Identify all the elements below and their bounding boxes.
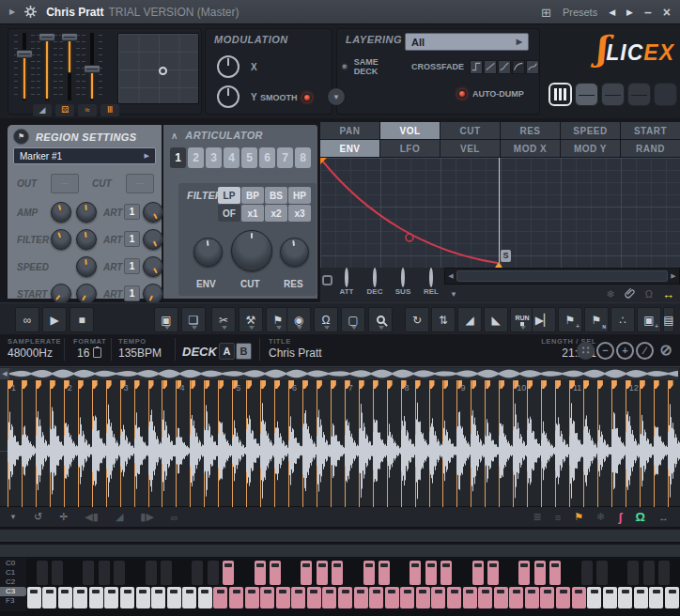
piano-key-white[interactable] bbox=[463, 587, 477, 608]
piano-key-black[interactable] bbox=[534, 561, 546, 585]
slice-flag[interactable] bbox=[261, 380, 266, 389]
piano-key-white[interactable] bbox=[167, 587, 181, 608]
env-target-tab-res[interactable]: RES bbox=[501, 122, 560, 139]
region-speed-knob-2[interactable] bbox=[76, 256, 97, 277]
articulator-slot-1[interactable]: 1 bbox=[170, 147, 186, 168]
slice-flag[interactable] bbox=[612, 380, 617, 389]
env-source-tab-mod-x[interactable]: MOD X bbox=[501, 140, 560, 157]
env-source-tab-env[interactable]: ENV bbox=[320, 140, 379, 157]
piano-key-white[interactable] bbox=[494, 587, 508, 608]
list-edit-icon[interactable]: ≡ bbox=[555, 512, 561, 523]
deck-view-button-2[interactable] bbox=[601, 83, 625, 106]
art-value-box[interactable]: 1 bbox=[124, 258, 140, 274]
layering-mode-dropdown[interactable]: All ▶ bbox=[405, 33, 529, 51]
slice-flag[interactable] bbox=[471, 380, 476, 389]
slice-flag[interactable] bbox=[79, 380, 84, 389]
articulator-slot-5[interactable]: 5 bbox=[241, 147, 257, 168]
piano-key-white[interactable] bbox=[276, 587, 290, 608]
preset-prev-button[interactable]: ◀ bbox=[609, 8, 615, 17]
slope-curve-icon[interactable]: ʃ bbox=[618, 510, 622, 524]
slice-flag[interactable] bbox=[162, 380, 167, 389]
piano-key-black[interactable] bbox=[518, 561, 530, 585]
slice-flag[interactable] bbox=[93, 380, 98, 389]
slice-flag[interactable] bbox=[23, 380, 27, 389]
slice-flag[interactable] bbox=[149, 380, 154, 389]
piano-key-black[interactable] bbox=[83, 561, 94, 585]
art-value-box[interactable]: 1 bbox=[124, 231, 140, 247]
piano-key-white[interactable] bbox=[556, 587, 570, 608]
slice-flag[interactable] bbox=[135, 380, 140, 389]
att-knob[interactable]: ATT bbox=[332, 270, 361, 296]
out-value-box[interactable]: ··· bbox=[51, 174, 79, 193]
region-start-knob-2[interactable] bbox=[76, 284, 97, 304]
piano-key-black[interactable] bbox=[317, 561, 328, 585]
slice-flag[interactable] bbox=[388, 380, 393, 389]
level-slider-3[interactable] bbox=[59, 33, 80, 100]
env-target-tab-speed[interactable]: SPEED bbox=[561, 122, 620, 139]
piano-key-white[interactable] bbox=[431, 587, 445, 608]
waveform-canvas[interactable] bbox=[0, 395, 680, 506]
slice-flag[interactable] bbox=[317, 380, 322, 389]
env-source-tab-lfo[interactable]: LFO bbox=[380, 140, 440, 157]
same-deck-led[interactable] bbox=[340, 63, 348, 71]
octave-label-c0[interactable]: C0 bbox=[0, 559, 26, 568]
art-knob[interactable] bbox=[143, 229, 163, 250]
piano-key-white[interactable] bbox=[182, 587, 196, 608]
filter-mode-lp[interactable]: LP bbox=[218, 187, 240, 204]
filter-mode-bs[interactable]: BS bbox=[265, 187, 287, 204]
scroll-right-icon[interactable]: ▶ bbox=[668, 272, 679, 280]
cut-value-box[interactable]: ··· bbox=[126, 174, 154, 193]
piano-key-white[interactable] bbox=[572, 587, 586, 608]
piano-key-black[interactable] bbox=[425, 561, 437, 585]
piano-key-black[interactable] bbox=[99, 561, 110, 585]
new-sample-button[interactable]: ❏ bbox=[181, 307, 206, 332]
piano-key-white[interactable] bbox=[73, 587, 87, 608]
piano-key-white[interactable] bbox=[58, 587, 72, 608]
piano-key-white[interactable] bbox=[634, 587, 648, 608]
region-amp-knob-1[interactable] bbox=[51, 202, 71, 223]
piano-key-black[interactable] bbox=[37, 561, 48, 585]
slice-flag[interactable] bbox=[360, 380, 364, 389]
slice-flag[interactable] bbox=[374, 380, 379, 389]
minimize-button[interactable]: – bbox=[644, 5, 652, 20]
crossfade-curve-button[interactable] bbox=[498, 60, 511, 74]
region-start-knob-1[interactable] bbox=[51, 284, 71, 304]
slice-flag[interactable] bbox=[303, 380, 308, 389]
collapse-button[interactable]: ▼ bbox=[327, 87, 346, 106]
env-target-tab-start[interactable]: START bbox=[621, 122, 680, 139]
octave-label-c2[interactable]: C2 bbox=[0, 578, 26, 587]
ramp-icon[interactable]: ◢ bbox=[33, 104, 52, 116]
dice-icon[interactable]: ⚄ bbox=[55, 104, 74, 116]
slice-flag[interactable] bbox=[528, 380, 533, 389]
oversample-x1[interactable]: x1 bbox=[241, 205, 264, 222]
dec-knob[interactable]: DEC bbox=[361, 270, 389, 296]
marker-flag-icon[interactable]: ⚑ bbox=[574, 511, 583, 523]
piano-key-white[interactable] bbox=[385, 587, 399, 608]
piano-key-black[interactable] bbox=[472, 561, 484, 585]
region-filter-knob-1[interactable] bbox=[51, 229, 71, 250]
piano-key-black[interactable] bbox=[379, 561, 390, 585]
mod-y-knob[interactable] bbox=[217, 85, 240, 108]
piano-key-black[interactable] bbox=[270, 561, 281, 585]
envelope-enable-checkbox[interactable] bbox=[322, 275, 332, 285]
wave-icon[interactable]: ≈ bbox=[78, 104, 97, 116]
dots-randomize-button[interactable]: ∴ bbox=[610, 307, 635, 332]
env-source-tab-vel[interactable]: VEL bbox=[440, 140, 500, 157]
piano-key-white[interactable] bbox=[198, 587, 212, 608]
articulator-slot-3[interactable]: 3 bbox=[206, 147, 222, 168]
art-value-box[interactable]: 1 bbox=[124, 204, 140, 220]
piano-key-white[interactable] bbox=[618, 587, 632, 608]
piano-key-white[interactable] bbox=[89, 587, 103, 608]
paperclip-icon[interactable] bbox=[625, 285, 636, 302]
piano-key-black[interactable] bbox=[114, 561, 125, 585]
filter-mode-bp[interactable]: BP bbox=[241, 187, 264, 204]
piano-key-white[interactable] bbox=[307, 587, 321, 608]
crossfade-curve-button[interactable] bbox=[470, 60, 483, 74]
deck-view-button-4[interactable] bbox=[654, 83, 677, 106]
piano-key-black[interactable] bbox=[332, 561, 343, 585]
slice-flag[interactable] bbox=[219, 380, 224, 389]
piano-key-white[interactable] bbox=[104, 587, 118, 608]
snap-magnet-button[interactable]: Ω bbox=[314, 307, 338, 332]
auto-slice-button[interactable]: ⚑ɴ bbox=[584, 307, 609, 332]
filter-cut-knob[interactable] bbox=[231, 230, 272, 271]
